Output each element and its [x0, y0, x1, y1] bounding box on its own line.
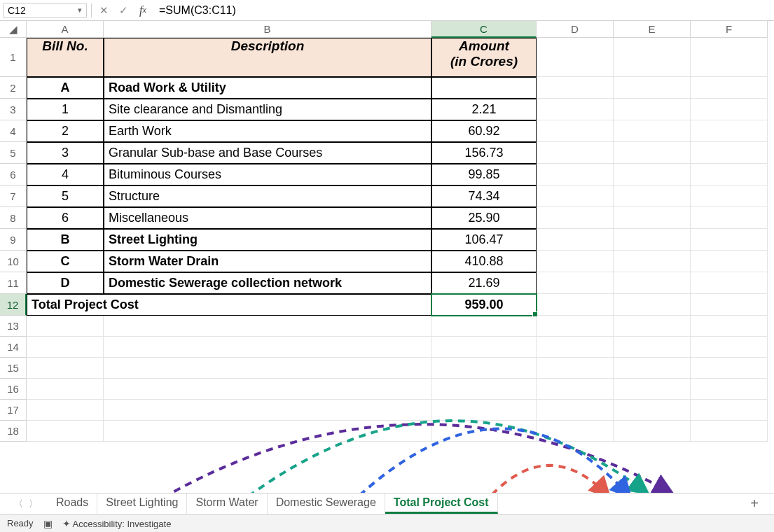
row-header-14[interactable]: 14 [0, 337, 27, 358]
sheet-tab[interactable]: Roads [48, 493, 97, 514]
cell-blank[interactable] [537, 251, 614, 272]
cell-amount[interactable]: 106.47 [431, 229, 537, 251]
row-header-3[interactable]: 3 [0, 99, 27, 120]
row-header-17[interactable]: 17 [0, 400, 27, 421]
cell-blank[interactable] [691, 99, 768, 120]
cell-blank[interactable] [691, 77, 768, 99]
cell-amount[interactable]: 156.73 [431, 142, 537, 164]
cell-description[interactable]: Granular Sub-base and Base Courses [104, 142, 431, 164]
cell-amount[interactable]: 99.85 [431, 164, 537, 186]
cell-amount[interactable]: 25.90 [431, 207, 537, 229]
cell-blank[interactable] [691, 316, 768, 337]
cell-bill[interactable]: B [27, 229, 104, 251]
cell-blank[interactable] [104, 337, 431, 358]
cell-blank[interactable] [27, 316, 104, 337]
cell-blank[interactable] [691, 120, 768, 142]
col-header-A[interactable]: A [27, 21, 104, 38]
cell-blank[interactable] [614, 38, 691, 77]
row-header-5[interactable]: 5 [0, 142, 27, 164]
cell-blank[interactable] [104, 316, 431, 337]
cell-blank[interactable] [691, 164, 768, 186]
cell-blank[interactable] [614, 99, 691, 120]
row-header-10[interactable]: 10 [0, 251, 27, 272]
tab-next-icon[interactable]: 〉 [29, 498, 38, 510]
cell-blank[interactable] [691, 379, 768, 400]
cell-blank[interactable] [537, 164, 614, 186]
cell-blank[interactable] [691, 400, 768, 421]
record-macro-icon[interactable]: ▣ [43, 518, 53, 529]
cell-blank[interactable] [614, 316, 691, 337]
row-header-16[interactable]: 16 [0, 379, 27, 400]
cell-description[interactable]: Earth Work [104, 120, 431, 142]
cell-blank[interactable] [614, 272, 691, 294]
add-sheet-icon[interactable]: + [742, 496, 767, 512]
cell-blank[interactable] [431, 400, 537, 421]
cell-blank[interactable] [691, 272, 768, 294]
cell-blank[interactable] [537, 207, 614, 229]
row-header-9[interactable]: 9 [0, 229, 27, 251]
cell-description[interactable]: Miscellaneous [104, 207, 431, 229]
sheet-tab[interactable]: Storm Water [187, 493, 267, 514]
cell-blank[interactable] [431, 316, 537, 337]
cell-blank[interactable] [104, 400, 431, 421]
row-header-11[interactable]: 11 [0, 272, 27, 294]
cell-blank[interactable] [614, 207, 691, 229]
cell-blank[interactable] [27, 421, 104, 442]
accept-icon[interactable]: ✓ [116, 3, 131, 18]
cell-blank[interactable] [431, 379, 537, 400]
cell-blank[interactable] [614, 251, 691, 272]
cell-blank[interactable] [614, 400, 691, 421]
cancel-icon[interactable]: ✕ [96, 3, 111, 18]
sheet-tab[interactable]: Total Project Cost [385, 493, 498, 514]
cell-blank[interactable] [614, 229, 691, 251]
cell-blank[interactable] [431, 421, 537, 442]
cell-blank[interactable] [614, 142, 691, 164]
cell-blank[interactable] [537, 99, 614, 120]
cell-blank[interactable] [614, 421, 691, 442]
cell-amount[interactable]: 2.21 [431, 99, 537, 120]
cell-blank[interactable] [691, 229, 768, 251]
cell-description[interactable]: Bituminous Courses [104, 164, 431, 186]
accessibility-status[interactable]: ✦ Accessibility: Investigate [62, 518, 172, 529]
row-header-18[interactable]: 18 [0, 421, 27, 442]
cell-bill[interactable]: 3 [27, 142, 104, 164]
cell-blank[interactable] [537, 358, 614, 379]
cell-blank[interactable] [537, 379, 614, 400]
cell-blank[interactable] [537, 421, 614, 442]
cell-description[interactable]: Road Work & Utility [104, 77, 431, 99]
cell-amount[interactable]: 410.88 [431, 251, 537, 272]
cell-blank[interactable] [104, 421, 431, 442]
cell-description[interactable]: Street Lighting [104, 229, 431, 251]
cell-blank[interactable] [537, 229, 614, 251]
cell-bill[interactable]: C [27, 251, 104, 272]
row-header-8[interactable]: 8 [0, 207, 27, 229]
row-header-15[interactable]: 15 [0, 358, 27, 379]
cell-blank[interactable] [27, 400, 104, 421]
cell-bill[interactable]: D [27, 272, 104, 294]
cell-total-label[interactable]: Total Project Cost [27, 294, 431, 316]
col-header-F[interactable]: F [691, 21, 768, 38]
cell-blank[interactable] [431, 337, 537, 358]
cell-blank[interactable] [614, 120, 691, 142]
cell-blank[interactable] [537, 294, 614, 316]
cell-blank[interactable] [537, 186, 614, 207]
cell-blank[interactable] [431, 358, 537, 379]
fx-icon[interactable]: fx [135, 3, 151, 18]
cell-blank[interactable] [691, 337, 768, 358]
cell-blank[interactable] [104, 379, 431, 400]
name-box[interactable]: C12 ▾ [3, 3, 87, 18]
col-header-B[interactable]: B [104, 21, 431, 38]
cell-amount[interactable]: 60.92 [431, 120, 537, 142]
cell-blank[interactable] [614, 164, 691, 186]
cell-blank[interactable] [537, 77, 614, 99]
cell-blank[interactable] [537, 337, 614, 358]
cell-blank[interactable] [691, 142, 768, 164]
cell-blank[interactable] [537, 272, 614, 294]
tab-prev-icon[interactable]: 〈 [14, 498, 23, 510]
formula-input[interactable] [155, 3, 771, 18]
cell-blank[interactable] [614, 358, 691, 379]
cell-bill[interactable]: 4 [27, 164, 104, 186]
cell-blank[interactable] [537, 400, 614, 421]
cell-description[interactable]: Structure [104, 186, 431, 207]
cell-description[interactable]: Domestic Sewerage collection network [104, 272, 431, 294]
